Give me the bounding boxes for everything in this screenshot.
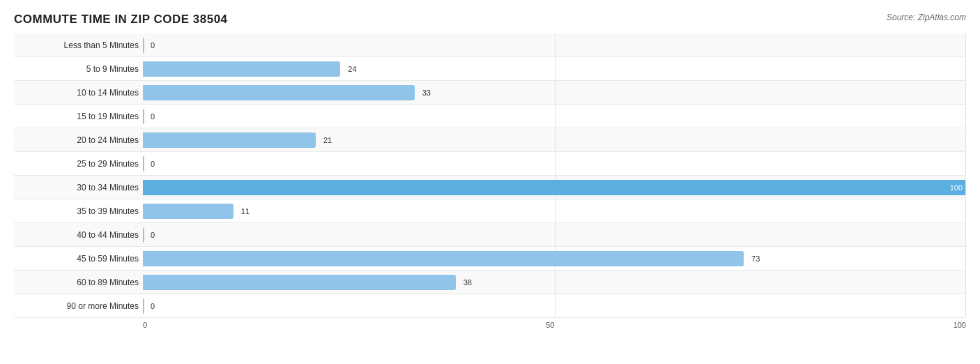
bar-area: 0 (143, 33, 966, 56)
bar (143, 109, 144, 124)
bar (143, 38, 144, 53)
row-label: 30 to 34 Minutes (14, 183, 143, 192)
row-label: 20 to 24 Minutes (14, 135, 143, 145)
bar (143, 85, 415, 100)
bar-row: 45 to 59 Minutes73 (14, 247, 966, 271)
bar-row: 60 to 89 Minutes38 (14, 271, 966, 294)
bar-value: 24 (348, 65, 356, 73)
bar-area: 0 (143, 294, 966, 317)
bar (143, 204, 233, 219)
x-axis-inner: 050100 (143, 321, 966, 329)
bar-row: 5 to 9 Minutes24 (14, 57, 966, 81)
chart-body: Less than 5 Minutes05 to 9 Minutes2410 t… (14, 33, 966, 318)
bar (143, 298, 144, 314)
row-label: 90 or more Minutes (14, 301, 143, 311)
bar-value: 38 (464, 278, 472, 287)
bar-value: 33 (422, 89, 431, 97)
bar-value: 0 (151, 112, 155, 121)
bar-area: 0 (143, 223, 966, 246)
bar-area: 0 (143, 105, 966, 128)
bar-value: 0 (151, 160, 155, 168)
bar-row: 90 or more Minutes0 (14, 294, 966, 318)
bar: 100 (143, 180, 966, 195)
bar (143, 227, 144, 243)
bar-value: 73 (751, 255, 760, 263)
bar-value: 0 (151, 302, 155, 310)
bar (143, 251, 744, 266)
bar-row: 40 to 44 Minutes0 (14, 223, 966, 247)
bar-row: Less than 5 Minutes0 (14, 33, 966, 57)
bar-row: 10 to 14 Minutes33 (14, 81, 966, 105)
bar (143, 275, 456, 290)
row-label: 35 to 39 Minutes (14, 206, 143, 216)
bar (143, 132, 316, 148)
bar-value: 0 (151, 231, 155, 239)
chart-container: COMMUTE TIME IN ZIP CODE 38504 Source: Z… (0, 0, 980, 364)
bar-row: 15 to 19 Minutes0 (14, 105, 966, 128)
x-tick: 0 (143, 321, 147, 329)
chart-title: COMMUTE TIME IN ZIP CODE 38504 (14, 13, 228, 26)
bar-row: 30 to 34 Minutes100 (14, 176, 966, 199)
bar-row: 25 to 29 Minutes0 (14, 152, 966, 176)
row-label: 60 to 89 Minutes (14, 278, 143, 287)
row-label: 10 to 14 Minutes (14, 88, 143, 98)
row-label: 25 to 29 Minutes (14, 159, 143, 169)
bar-value: 11 (241, 207, 250, 215)
x-tick: 100 (954, 321, 966, 329)
bar (143, 61, 340, 77)
bar-area: 24 (143, 57, 966, 80)
bar (143, 156, 144, 172)
bar-area: 100 (143, 176, 966, 199)
bar-area: 73 (143, 247, 966, 270)
bar-value: 100 (950, 183, 963, 192)
x-tick: 50 (546, 321, 554, 329)
chart-source: Source: ZipAtlas.com (887, 13, 966, 22)
row-label: 45 to 59 Minutes (14, 254, 143, 264)
x-axis: 050100 (14, 321, 966, 329)
bar-row: 20 to 24 Minutes21 (14, 128, 966, 152)
bar-value: 0 (151, 41, 155, 50)
bar-area: 21 (143, 128, 966, 151)
row-label: Less than 5 Minutes (14, 40, 143, 50)
bar-area: 33 (143, 81, 966, 104)
row-label: 15 to 19 Minutes (14, 112, 143, 121)
row-label: 40 to 44 Minutes (14, 230, 143, 240)
chart-header: COMMUTE TIME IN ZIP CODE 38504 Source: Z… (14, 13, 966, 26)
bar-value: 21 (323, 136, 332, 144)
bar-row: 35 to 39 Minutes11 (14, 199, 966, 223)
bar-area: 0 (143, 152, 966, 175)
row-label: 5 to 9 Minutes (14, 64, 143, 74)
bar-area: 38 (143, 271, 966, 294)
bar-area: 11 (143, 199, 966, 222)
